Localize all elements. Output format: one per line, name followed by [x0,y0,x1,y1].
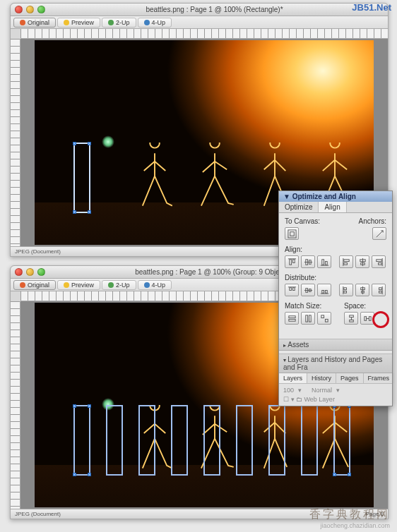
resize-handle[interactable] [73,404,76,408]
group-rectangle[interactable] [138,405,155,476]
tab-original[interactable]: Original [13,280,56,290]
distribute-left-button[interactable] [339,284,353,296]
panel-title[interactable]: ▼ Optimize and Align [279,191,392,202]
svg-rect-30 [343,287,346,289]
match-width-button[interactable] [285,312,299,325]
align-bottom-button[interactable] [317,255,331,268]
svg-rect-27 [321,290,324,293]
resize-handle[interactable] [73,142,76,145]
svg-rect-40 [305,315,307,321]
distribute-right-button[interactable] [372,284,386,296]
space-vertical-button[interactable] [344,312,358,325]
svg-rect-1 [290,231,294,236]
tab-history[interactable]: History [307,373,336,383]
tab-4up[interactable]: 4-Up [138,280,172,290]
space-horizontal-button[interactable] [360,312,374,325]
tab-4up-label: 4-Up [152,282,166,289]
blend-mode-select[interactable]: Normal [312,387,332,394]
titlebar[interactable]: beattles.png : Page 1 @ 100% (Rectangle)… [11,4,388,16]
tab-4up[interactable]: 4-Up [138,18,172,28]
align-top-button[interactable] [285,255,299,268]
tab-preview-label: Preview [71,19,94,26]
tab-4up-label: 4-Up [152,19,166,26]
minimize-icon[interactable] [26,268,34,276]
layers-tabs: Layers History Pages Frames [279,373,392,384]
optimize-align-panel[interactable]: ▼ Optimize and Align Optimize Align To C… [278,191,393,406]
layers-title[interactable]: Layers and History and Pages and Fra [279,354,392,373]
group-rectangle[interactable] [236,405,253,476]
distribute-bottom-button[interactable] [317,284,331,296]
tab-preview[interactable]: Preview [57,18,100,28]
tab-frames[interactable]: Frames [364,373,395,383]
to-canvas-label: To Canvas: [285,217,320,225]
svg-rect-42 [321,315,324,318]
layers-panel[interactable]: Layers and History and Pages and Fra Lay… [279,353,392,406]
distribute-hcenter-button[interactable] [355,284,369,296]
tab-2up[interactable]: 2-Up [102,280,136,290]
group-rectangle[interactable] [268,405,285,476]
resize-handle[interactable] [88,473,91,476]
maximize-icon[interactable] [37,6,45,13]
svg-rect-9 [321,259,324,264]
svg-rect-31 [343,291,346,293]
window-title: beattles.png : Page 1 @ 100% (Rectangle)… [45,6,384,13]
figure-silhouette [194,143,236,217]
resize-handle[interactable] [88,142,91,145]
distribute-top-button[interactable] [285,284,299,296]
svg-rect-0 [288,229,295,237]
layer-row[interactable]: ☐ ▾ 🗀 Web Layer [283,396,388,403]
percent-icon: ▾ [298,387,302,394]
match-both-button[interactable] [317,312,331,325]
resize-handle[interactable] [88,210,91,214]
resize-handle[interactable] [88,404,91,408]
distribute-label: Distribute: [285,274,386,282]
tab-align[interactable]: Align [319,202,346,212]
watermark-top: JB51.Net [352,2,391,13]
opacity-value[interactable]: 100 [283,387,294,394]
group-rectangle[interactable] [106,405,123,476]
selection-rectangle[interactable] [73,143,90,213]
align-vcenter-button[interactable] [301,255,315,268]
svg-rect-10 [325,261,327,265]
group-rectangle[interactable] [333,405,350,476]
traffic-lights [15,268,45,276]
to-canvas-button[interactable] [285,227,299,240]
close-icon[interactable] [15,268,23,276]
match-height-button[interactable] [301,312,315,325]
tab-pages[interactable]: Pages [336,373,364,383]
svg-rect-4 [292,259,295,262]
anchors-button[interactable] [372,227,386,240]
align-hcenter-button[interactable] [355,255,369,268]
status-left: JPEG (Document) [15,248,61,255]
space-label: Space: [344,302,374,310]
assets-panel[interactable]: Assets [279,339,392,351]
resize-handle[interactable] [348,473,351,476]
assets-title[interactable]: Assets [279,339,392,351]
tab-optimize[interactable]: Optimize [279,202,319,212]
svg-rect-22 [292,287,295,290]
status-left: JPEG (Document) [15,511,61,517]
align-left-button[interactable] [339,255,353,268]
tab-original-label: Original [28,282,49,289]
group-rectangle[interactable] [171,405,188,476]
align-right-button[interactable] [372,255,386,268]
resize-handle[interactable] [73,210,76,214]
chevron-down-icon: ▾ [336,387,340,394]
group-rectangle[interactable] [73,405,90,476]
svg-rect-39 [288,319,295,321]
group-rectangle[interactable] [203,405,220,476]
distribute-vcenter-button[interactable] [301,284,315,296]
svg-rect-12 [343,259,348,261]
close-icon[interactable] [15,6,23,13]
maximize-icon[interactable] [37,268,45,276]
tab-original[interactable]: Original [13,18,56,28]
tab-layers[interactable]: Layers [279,373,307,383]
minimize-icon[interactable] [26,6,34,13]
align-panel-body: To Canvas: Anchors: Align: Distribute: [279,213,392,336]
resize-handle[interactable] [333,473,336,476]
tab-2up[interactable]: 2-Up [102,18,136,28]
resize-handle[interactable] [73,473,76,476]
tab-preview[interactable]: Preview [57,280,100,290]
tab-2up-label: 2-Up [116,19,130,26]
group-rectangle[interactable] [301,405,318,476]
